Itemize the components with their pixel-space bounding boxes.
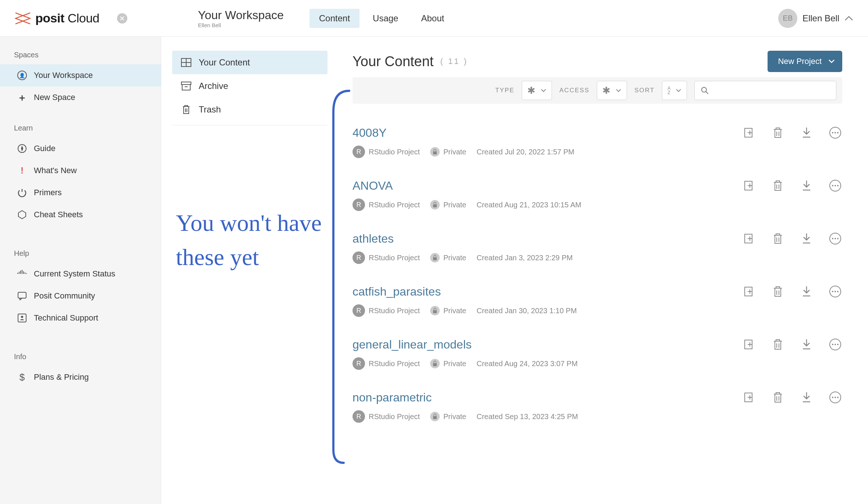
more-actions-button[interactable]	[828, 285, 842, 299]
chevron-down-icon	[541, 89, 546, 92]
tab-about[interactable]: About	[411, 9, 454, 28]
chevron-up-icon[interactable]	[844, 16, 853, 21]
filter-access-select[interactable]: ✱	[597, 81, 627, 100]
svg-point-10	[702, 87, 706, 92]
rstudio-badge-icon: R	[352, 357, 365, 370]
sidebar: Spaces 👤 Your Workspace ＋ New Space Lear…	[0, 37, 161, 504]
more-actions-button[interactable]	[828, 337, 842, 351]
new-project-button[interactable]: New Project	[768, 51, 842, 72]
delete-project-button[interactable]	[771, 390, 785, 404]
project-created: Created Jan 3, 2023 2:29 PM	[476, 254, 573, 262]
project-name[interactable]: 4008Y	[352, 126, 387, 140]
search-box[interactable]	[694, 81, 836, 100]
sidebar-item-tech-support[interactable]: Technical Support	[0, 307, 161, 329]
download-project-button[interactable]	[800, 179, 814, 193]
search-input[interactable]	[709, 86, 830, 95]
svg-point-33	[835, 238, 836, 239]
project-item: general_linear_modelsRRStudio ProjectPri…	[352, 329, 842, 382]
rstudio-badge-icon: R	[352, 146, 365, 158]
download-project-button[interactable]	[800, 337, 814, 351]
lock-icon	[430, 147, 440, 157]
search-icon	[701, 86, 709, 95]
svg-point-34	[837, 238, 839, 239]
svg-point-41	[835, 291, 836, 292]
asterisk-icon: ✱	[602, 85, 610, 96]
download-project-button[interactable]	[800, 126, 814, 140]
svg-point-26	[837, 185, 839, 186]
copy-project-button[interactable]	[742, 232, 756, 246]
project-created: Created Jul 20, 2022 1:57 PM	[476, 148, 574, 156]
sidebar-item-cheat-sheets[interactable]: Cheat Sheets	[0, 204, 161, 226]
filter-sort-select[interactable]: AZ	[662, 81, 687, 100]
project-created: Created Jan 30, 2023 1:10 PM	[476, 307, 577, 315]
sidebar-item-your-workspace[interactable]: 👤 Your Workspace	[0, 64, 161, 86]
svg-point-17	[835, 132, 836, 133]
project-created: Created Aug 21, 2023 10:15 AM	[476, 201, 581, 209]
project-name[interactable]: catfish_parasites	[352, 285, 441, 299]
chat-icon	[17, 291, 27, 301]
sidebar-item-guide[interactable]: Guide	[0, 137, 161, 160]
svg-line-11	[706, 92, 708, 94]
tab-content[interactable]: Content	[309, 9, 359, 28]
project-type: RStudio Project	[369, 360, 420, 368]
sidebar-item-new-space[interactable]: ＋ New Space	[0, 86, 161, 108]
plus-icon: ＋	[17, 92, 27, 103]
project-name[interactable]: athletes	[352, 232, 394, 246]
project-type: RStudio Project	[369, 148, 420, 156]
svg-point-16	[832, 132, 833, 133]
sidebar-item-plans-pricing[interactable]: $ Plans & Pricing	[0, 366, 161, 388]
delete-project-button[interactable]	[771, 126, 785, 140]
svg-rect-7	[181, 82, 191, 85]
project-access: Private	[443, 201, 466, 209]
rstudio-badge-icon: R	[352, 304, 365, 317]
midnav-archive[interactable]: Archive	[172, 74, 327, 98]
sidebar-item-label: Cheat Sheets	[34, 210, 83, 219]
svg-point-3	[21, 316, 23, 318]
midnav-label: Your Content	[199, 57, 250, 68]
delete-project-button[interactable]	[771, 232, 785, 246]
copy-project-button[interactable]	[742, 390, 756, 404]
copy-project-button[interactable]	[742, 285, 756, 299]
filter-type-select[interactable]: ✱	[522, 81, 552, 100]
project-name[interactable]: ANOVA	[352, 179, 393, 193]
svg-point-24	[832, 185, 833, 186]
copy-project-button[interactable]	[742, 126, 756, 140]
section-info-label: Info	[0, 347, 161, 366]
delete-project-button[interactable]	[771, 179, 785, 193]
sidebar-item-primers[interactable]: Primers	[0, 182, 161, 204]
sidebar-item-whats-new[interactable]: ! What's New	[0, 160, 161, 182]
close-sidebar-button[interactable]	[117, 13, 127, 24]
project-name[interactable]: non-parametric	[352, 391, 432, 404]
project-name[interactable]: general_linear_models	[352, 338, 472, 351]
avatar[interactable]: EB	[778, 9, 797, 28]
midnav-your-content[interactable]: Your Content	[172, 51, 327, 74]
download-project-button[interactable]	[800, 285, 814, 299]
more-actions-button[interactable]	[828, 179, 842, 193]
more-actions-button[interactable]	[828, 390, 842, 404]
delete-project-button[interactable]	[771, 285, 785, 299]
project-access: Private	[443, 148, 466, 156]
more-actions-button[interactable]	[828, 232, 842, 246]
download-project-button[interactable]	[800, 390, 814, 404]
midnav-trash[interactable]: Trash	[172, 98, 327, 121]
delete-project-button[interactable]	[771, 337, 785, 351]
sidebar-item-label: Primers	[34, 188, 62, 197]
midnav-label: Archive	[199, 81, 228, 91]
rstudio-badge-icon: R	[352, 251, 365, 264]
copy-project-button[interactable]	[742, 179, 756, 193]
filter-sort-label: SORT	[634, 87, 655, 94]
tab-usage[interactable]: Usage	[363, 9, 408, 28]
user-name: Ellen Bell	[803, 13, 839, 24]
download-project-button[interactable]	[800, 232, 814, 246]
svg-point-56	[832, 397, 833, 398]
sidebar-item-system-status[interactable]: Current System Status	[0, 263, 161, 285]
copy-project-button[interactable]	[742, 337, 756, 351]
midnav-label: Trash	[199, 104, 221, 115]
svg-rect-59	[433, 416, 437, 419]
project-access: Private	[443, 360, 466, 368]
sidebar-item-label: Plans & Pricing	[34, 372, 89, 382]
svg-point-42	[837, 291, 839, 292]
brand-name: posit Cloud	[35, 11, 99, 25]
sidebar-item-community[interactable]: Posit Community	[0, 285, 161, 307]
more-actions-button[interactable]	[828, 126, 842, 140]
